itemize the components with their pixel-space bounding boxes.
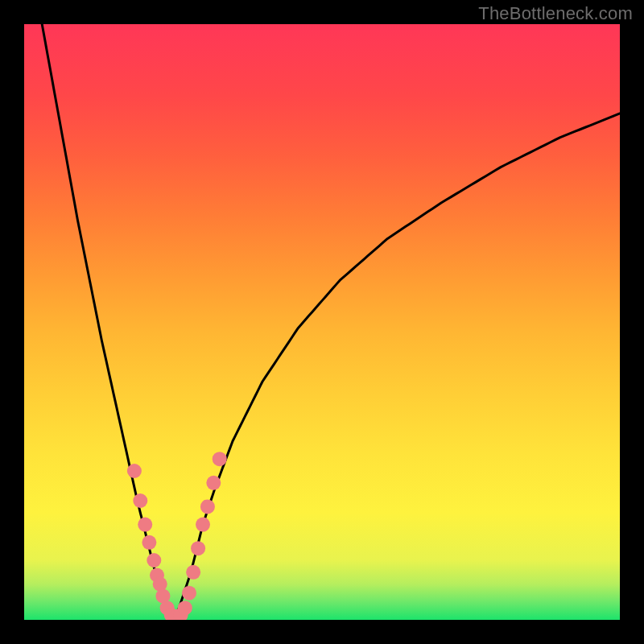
highlight-marker <box>191 541 205 555</box>
highlight-marker <box>196 518 210 532</box>
highlight-marker <box>186 565 200 580</box>
highlight-marker <box>182 586 196 601</box>
highlight-marker <box>127 464 142 478</box>
watermark-text: TheBottleneck.com <box>478 3 633 24</box>
curves-svg <box>24 24 620 620</box>
highlight-marker <box>200 499 215 514</box>
curve-left-branch <box>42 24 173 620</box>
plot-area <box>24 24 620 620</box>
highlight-marker <box>206 476 221 490</box>
curve-right-branch <box>173 114 620 620</box>
highlight-marker <box>138 518 152 532</box>
chart-frame: TheBottleneck.com <box>0 0 644 644</box>
highlight-marker <box>178 601 192 615</box>
highlight-marker <box>133 493 147 508</box>
highlight-marker <box>213 452 227 466</box>
highlight-marker <box>142 535 156 550</box>
highlight-marker <box>147 553 161 568</box>
